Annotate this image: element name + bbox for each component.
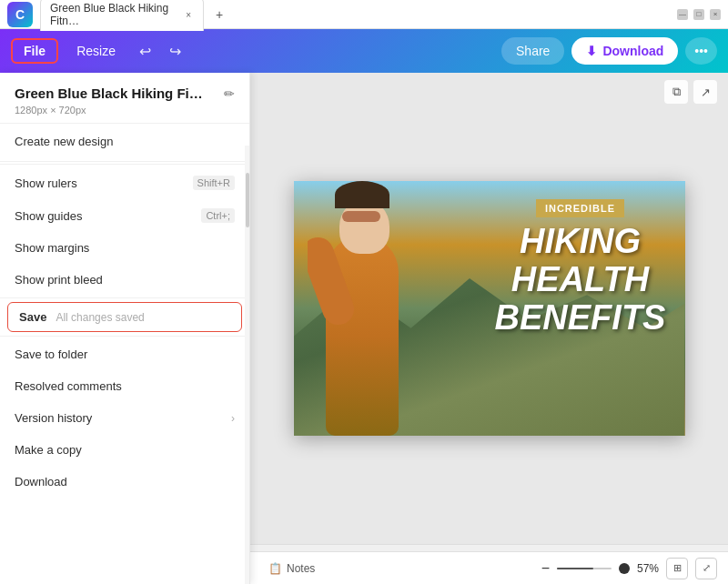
active-tab[interactable]: Green Blue Black Hiking Fitn… ×	[40, 0, 204, 31]
download-icon: ⬇	[586, 44, 597, 58]
share-button[interactable]: Share	[501, 37, 564, 65]
zoom-area: − 57%	[541, 560, 659, 577]
zoom-percentage: 57%	[637, 562, 659, 575]
notes-label: Notes	[287, 562, 315, 575]
incredible-badge: INCREDIBLE	[536, 199, 624, 217]
download-menu-label: Download	[15, 475, 235, 488]
canvas-image: INCREDIBLE HIKING HEALTH BENEFITS	[294, 181, 685, 436]
design-size: 1280px × 720px	[15, 105, 235, 116]
grid-view-button[interactable]: ⊞	[666, 558, 688, 579]
save-to-folder-label: Save to folder	[15, 347, 235, 361]
fullscreen-button[interactable]: ⤢	[695, 558, 717, 579]
hiking-text: HIKING HEALTH BENEFITS	[485, 223, 676, 337]
show-rulers-shortcut: Shift+R	[193, 176, 235, 190]
undo-button[interactable]: ↩	[134, 39, 157, 64]
canvas-text-overlay: INCREDIBLE HIKING HEALTH BENEFITS	[485, 199, 676, 337]
minimize-button[interactable]: —	[677, 9, 688, 20]
save-item[interactable]: Save All changes saved	[7, 302, 242, 332]
canvas-frame: INCREDIBLE HIKING HEALTH BENEFITS	[294, 181, 685, 436]
zoom-out-icon[interactable]: −	[541, 560, 550, 577]
redo-button[interactable]: ↪	[164, 39, 187, 64]
design-title: Green Blue Black Hiking Fi…	[15, 86, 217, 101]
main-layout: Green Blue Black Hiking Fi… ✏ 1280px × 7…	[0, 73, 728, 584]
resolved-comments-item[interactable]: Resolved comments	[0, 370, 249, 402]
show-guides-label: Show guides	[15, 209, 201, 223]
download-label: Download	[602, 44, 663, 58]
save-to-folder-item[interactable]: Save to folder	[0, 338, 249, 370]
version-arrow-icon: ›	[231, 412, 235, 425]
file-dropdown-panel: Green Blue Black Hiking Fi… ✏ 1280px × 7…	[0, 73, 250, 584]
tab-title: Green Blue Black Hiking Fitn…	[50, 2, 177, 27]
show-guides-item[interactable]: Show guides Ctrl+;	[0, 199, 249, 232]
window-controls: — □ ×	[677, 9, 721, 20]
divider-1	[0, 164, 249, 165]
make-a-copy-label: Make a copy	[15, 443, 235, 457]
resolved-comments-label: Resolved comments	[15, 379, 235, 393]
make-a-copy-item[interactable]: Make a copy	[0, 434, 249, 466]
file-menu-button[interactable]: File	[11, 38, 58, 64]
design-title-section: Green Blue Black Hiking Fi… ✏ 1280px × 7…	[0, 73, 249, 124]
duplicate-canvas-icon[interactable]: ⧉	[664, 80, 688, 104]
show-margins-label: Show margins	[15, 241, 235, 255]
edit-title-icon[interactable]: ✏	[224, 86, 235, 101]
canvas-top-icons: ⧉ ↗	[664, 80, 717, 104]
show-print-bleed-label: Show print bleed	[15, 273, 235, 287]
divider-3	[0, 336, 249, 337]
show-print-bleed-item[interactable]: Show print bleed	[0, 264, 249, 296]
zoom-slider[interactable]	[557, 568, 612, 569]
canvas-wrapper: ⧉ ↗	[250, 73, 728, 544]
save-label: Save	[19, 310, 46, 324]
notes-icon: 📋	[268, 562, 282, 575]
show-margins-item[interactable]: Show margins	[0, 232, 249, 264]
show-rulers-label: Show rulers	[15, 176, 193, 190]
version-history-item[interactable]: Version history ›	[0, 402, 249, 434]
zoom-handle[interactable]	[619, 563, 630, 574]
version-history-label: Version history	[15, 411, 231, 425]
panel-scroll[interactable]: Create new design Show rulers Shift+R Sh…	[0, 124, 249, 584]
canva-logo: C	[7, 2, 33, 27]
share-canvas-icon[interactable]: ↗	[693, 80, 717, 104]
maximize-button[interactable]: □	[693, 9, 704, 20]
show-guides-shortcut: Ctrl+;	[201, 208, 235, 223]
tab-bar: Green Blue Black Hiking Fitn… × +	[40, 0, 670, 31]
download-menu-item[interactable]: Download	[0, 466, 249, 498]
canvas-area: ⧉ ↗	[250, 73, 728, 584]
create-new-design-section: Create new design	[0, 124, 249, 162]
create-new-design-item[interactable]: Create new design	[15, 135, 235, 148]
canva-logo-text: C	[15, 7, 25, 22]
tab-close-icon[interactable]: ×	[183, 8, 194, 21]
close-button[interactable]: ×	[710, 9, 721, 20]
resize-button[interactable]: Resize	[66, 40, 126, 62]
notes-button[interactable]: 📋 Notes	[261, 559, 322, 579]
title-bar: C Green Blue Black Hiking Fitn… × + — □ …	[0, 0, 728, 29]
new-tab-button[interactable]: +	[209, 5, 229, 25]
download-button[interactable]: ⬇ Download	[571, 37, 678, 65]
status-bar: 📋 Notes − 57% ⊞ ⤢	[250, 551, 728, 584]
more-options-button[interactable]: •••	[685, 37, 717, 65]
show-rulers-item[interactable]: Show rulers Shift+R	[0, 166, 249, 199]
divider-2	[0, 297, 249, 298]
main-toolbar: File Resize ↩ ↪ Share ⬇ Download •••	[0, 29, 728, 73]
save-status: All changes saved	[56, 311, 144, 324]
